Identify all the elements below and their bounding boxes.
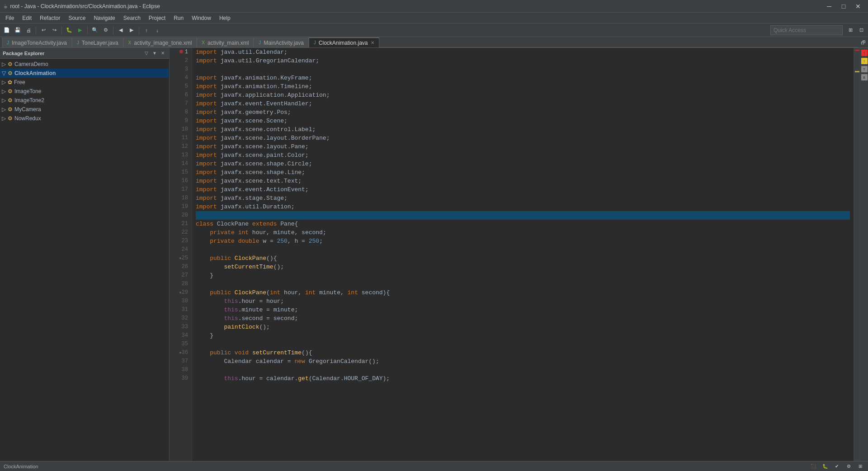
- line-num-5: 5: [173, 82, 188, 91]
- toolbar-forward[interactable]: ▶: [127, 25, 137, 35]
- folder-icon-5: ▷: [2, 97, 6, 104]
- line-num-19: 19: [173, 203, 188, 211]
- code-line-9: import javafx.scene.Scene;: [196, 117, 850, 125]
- status-console-btn[interactable]: ⬛: [809, 462, 817, 471]
- code-line-39: this.hour = calendar.get(Calendar.HOUR_O…: [196, 374, 850, 383]
- code-lines[interactable]: import java.util.Calendar; import java.u…: [192, 48, 854, 461]
- tab-activity-image-tone[interactable]: X activity_image_tone.xml: [123, 38, 197, 47]
- minimize-button[interactable]: ─: [823, 2, 835, 11]
- toolbar-next-edit[interactable]: ↓: [152, 25, 162, 35]
- menu-file[interactable]: File: [2, 13, 18, 23]
- status-right: ⬛ 🐛 ✔ ⚙ ⊞: [809, 462, 864, 471]
- tree-item-camerademo[interactable]: ▷ ⚙ CameraDemo: [0, 60, 169, 69]
- toolbar-debug[interactable]: 🐛: [64, 25, 74, 35]
- code-scroll[interactable]: 1 2 3 4 5 6 7 8 9 10 11 12 13 14 15 16 1: [170, 48, 854, 461]
- line-num-33: 33: [173, 323, 188, 331]
- status-layout-btn[interactable]: ⊞: [856, 462, 864, 471]
- line-num-21: 21: [173, 220, 188, 228]
- menu-refactor[interactable]: Refactor: [36, 13, 64, 23]
- far-right-errors[interactable]: !: [861, 50, 868, 56]
- tree-label-imagetone2: ImageTone2: [14, 97, 44, 104]
- status-debug-btn[interactable]: 🐛: [821, 462, 829, 471]
- close-button[interactable]: ✕: [852, 2, 864, 11]
- far-right-tasks[interactable]: T: [861, 66, 868, 72]
- line-num-14: 14: [173, 160, 188, 168]
- menu-navigate[interactable]: Navigate: [90, 13, 118, 23]
- toolbar-run[interactable]: ▶: [75, 25, 85, 35]
- tree-item-imagetone[interactable]: ▷ ⚙ ImageTone: [0, 87, 169, 96]
- tab-clockanimation[interactable]: J ClockAnimation.java ✕: [309, 38, 379, 47]
- tree-item-mycamera[interactable]: ▷ ⚙ MyCamera: [0, 105, 169, 114]
- sidebar-menu-btn[interactable]: ▼: [151, 50, 158, 57]
- menu-source[interactable]: Source: [65, 13, 89, 23]
- line-num-17: 17: [173, 185, 188, 194]
- code-line-19: import javafx.util.Duration;: [196, 203, 850, 211]
- code-line-16: import javafx.scene.text.Text;: [196, 177, 850, 185]
- line-num-2: 2: [173, 57, 188, 65]
- far-right-bookmarks[interactable]: B: [861, 74, 868, 80]
- toolbar-undo[interactable]: ↩: [38, 25, 48, 35]
- tab-min-button[interactable]: 🗗: [858, 38, 868, 47]
- menu-bar: File Edit Refactor Source Navigate Searc…: [0, 13, 868, 24]
- tab-activity-main[interactable]: X activity_main.xml: [197, 38, 254, 47]
- menu-search[interactable]: Search: [120, 13, 144, 23]
- line-num-35: 35: [173, 340, 188, 349]
- menu-help[interactable]: Help: [216, 13, 234, 23]
- tab-imagetone-activity[interactable]: J ImageToneActivity.java: [2, 38, 72, 47]
- line-numbers: 1 2 3 4 5 6 7 8 9 10 11 12 13 14 15 16 1: [170, 48, 192, 461]
- status-bar: ClockAnimation ⬛ 🐛 ✔ ⚙ ⊞: [0, 461, 868, 471]
- toolbar-new[interactable]: 📄: [2, 25, 12, 35]
- toolbar: 📄 💾 🖨 ↩ ↪ 🐛 ▶ 🔍 ⚙ ◀ ▶ ↑ ↓ ⊞ ⊡: [0, 24, 868, 37]
- toolbar-redo[interactable]: ↪: [49, 25, 59, 35]
- tree-item-clockanimation[interactable]: ▽ ⚙ ClockAnimation: [0, 69, 169, 78]
- code-line-5: import javafx.animation.Timeline;: [196, 82, 850, 91]
- tree-item-nowredux[interactable]: ▷ ⚙ NowRedux: [0, 114, 169, 123]
- toolbar-views[interactable]: ⊞: [845, 25, 855, 35]
- line-num-3: 3: [173, 65, 188, 74]
- line-num-31: 31: [173, 306, 188, 314]
- maximize-button[interactable]: □: [837, 2, 850, 11]
- title-controls[interactable]: ─ □ ✕: [823, 2, 864, 11]
- toolbar-prev-edit[interactable]: ↑: [142, 25, 151, 35]
- toolbar-search[interactable]: 🔍: [90, 25, 100, 35]
- sidebar-close-btn[interactable]: ✕: [159, 50, 166, 57]
- sidebar-collapse-btn[interactable]: ▽: [143, 50, 150, 57]
- toolbar-ref[interactable]: ⚙: [101, 25, 111, 35]
- project-icon-3: ✿: [8, 79, 12, 85]
- warning-marker-1: [855, 71, 859, 72]
- menu-project[interactable]: Project: [145, 13, 169, 23]
- line-num-16: 16: [173, 177, 188, 185]
- code-line-11: import javafx.scene.layout.BorderPane;: [196, 134, 850, 142]
- quick-access-input[interactable]: [770, 25, 843, 35]
- tab-tonelayer[interactable]: J ToneLayer.java: [72, 38, 123, 47]
- tab-label-3: activity_image_tone.xml: [134, 40, 192, 46]
- status-tasks-btn[interactable]: ✔: [833, 462, 841, 471]
- tree-label-mycamera: MyCamera: [14, 106, 41, 113]
- line-num-37: 37: [173, 357, 188, 366]
- tree-item-imagetone2[interactable]: ▷ ⚙ ImageTone2: [0, 96, 169, 105]
- menu-edit[interactable]: Edit: [19, 13, 35, 23]
- tab-mainactivity[interactable]: J MainActivity.java: [254, 38, 308, 47]
- toolbar-save[interactable]: 💾: [13, 25, 23, 35]
- code-line-24: [196, 245, 850, 254]
- menu-window[interactable]: Window: [188, 13, 215, 23]
- line-num-10: 10: [173, 125, 188, 134]
- tab-icon-j3: J: [259, 40, 261, 45]
- toolbar-persp[interactable]: ⊡: [856, 25, 866, 35]
- toolbar-print[interactable]: 🖨: [24, 25, 33, 35]
- code-line-13: import javafx.scene.paint.Color;: [196, 151, 850, 160]
- tab-label-2: ToneLayer.java: [82, 40, 118, 46]
- code-line-31: this.minute = minute;: [196, 306, 850, 314]
- tree-item-free[interactable]: ▷ ✿ Free: [0, 78, 169, 87]
- status-prefs-btn[interactable]: ⚙: [844, 462, 853, 471]
- far-right-warnings[interactable]: !: [861, 58, 868, 64]
- line-num-24: 24: [173, 245, 188, 254]
- tab-close-clock[interactable]: ✕: [371, 40, 374, 45]
- sidebar-controls[interactable]: ▽ ▼ ✕: [143, 50, 166, 57]
- code-line-37: Calendar calendar = new GregorianCalenda…: [196, 357, 850, 366]
- line-num-32: 32: [173, 314, 188, 323]
- toolbar-back[interactable]: ◀: [116, 25, 126, 35]
- line-num-38: 38: [173, 366, 188, 374]
- tree-label-free: Free: [14, 79, 25, 85]
- menu-run[interactable]: Run: [170, 13, 187, 23]
